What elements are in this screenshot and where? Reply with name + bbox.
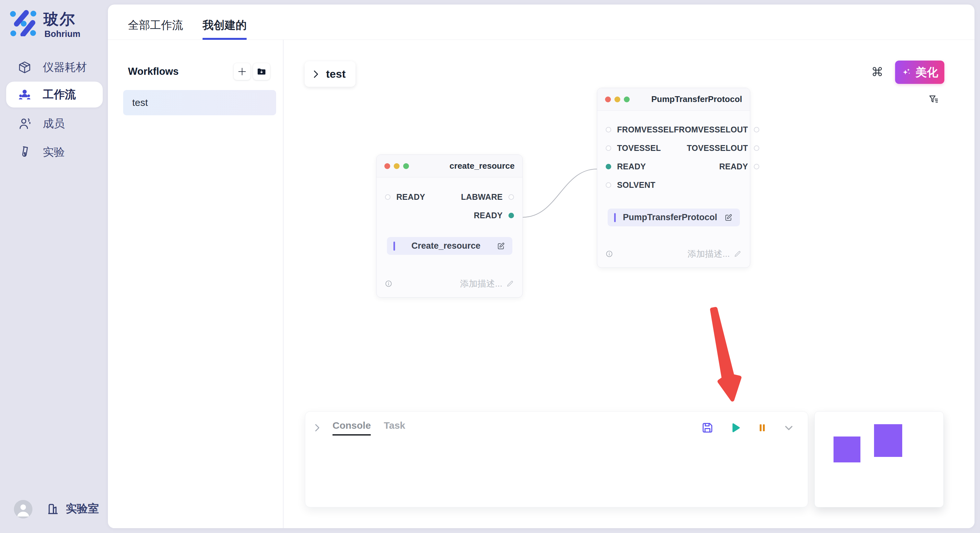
port-ready-out[interactable]: READY (450, 206, 522, 225)
node-header[interactable]: create_resource (377, 155, 522, 178)
port-ready-out[interactable]: READY (674, 157, 768, 176)
port-dot[interactable] (606, 127, 611, 132)
node-pump-transfer-protocol[interactable]: PumpTransferProtocol FROMVESSEL FROMVESS… (597, 88, 750, 268)
member-icon (18, 117, 32, 130)
port-row-empty (377, 206, 450, 225)
port-dot[interactable] (606, 145, 611, 151)
chevron-right-icon (312, 70, 320, 78)
building-icon (46, 501, 60, 516)
edit-icon[interactable] (724, 213, 733, 222)
brand-name-en: Bohrium (45, 29, 80, 39)
collapse-icon (783, 422, 795, 434)
flask-icon (18, 145, 32, 159)
run-button[interactable] (729, 421, 742, 434)
save-button[interactable] (701, 421, 714, 434)
workspace-switcher[interactable]: 实验室 (46, 501, 99, 516)
port-dot[interactable] (754, 164, 759, 169)
port-tovesselout-out[interactable]: TOVESSELOUT (674, 139, 768, 157)
avatar[interactable] (14, 500, 32, 519)
sidebar-item-experiments[interactable]: 实验 (6, 141, 103, 164)
sidebar-item-label: 仪器耗材 (43, 60, 87, 75)
pencil-icon (506, 280, 514, 287)
info-icon[interactable] (606, 250, 613, 257)
run-icon (729, 421, 742, 434)
collapse-panel-button[interactable] (783, 422, 795, 434)
add-workflow-button[interactable] (234, 63, 250, 80)
port-tovessel-in[interactable]: TOVESSEL (597, 139, 674, 157)
port-dot[interactable] (754, 127, 759, 132)
breadcrumb-label: test (326, 68, 345, 80)
task-tab[interactable]: Task (384, 420, 405, 436)
workflow-canvas[interactable]: test 美化 (283, 40, 975, 528)
info-icon[interactable] (385, 280, 392, 287)
minimap-node-create-resource (834, 436, 861, 462)
node-create-resource[interactable]: create_resource READY LABWARE READY (376, 154, 523, 298)
tab-all-workflows[interactable]: 全部工作流 (128, 5, 183, 40)
tab-my-created[interactable]: 我创建的 (202, 5, 247, 40)
traffic-lights-icon (384, 163, 409, 169)
team-icon (18, 88, 32, 102)
console-tab[interactable]: Console (332, 420, 371, 436)
port-fromvesselout-out[interactable]: FROMVESSELOUT (674, 121, 768, 139)
package-icon (18, 60, 32, 74)
port-fromvessel-in[interactable]: FROMVESSEL (597, 121, 674, 139)
plus-icon (237, 67, 247, 76)
annotation-arrow (697, 298, 775, 415)
port-dot[interactable] (385, 194, 390, 200)
workflow-list-item-test[interactable]: test (123, 90, 276, 115)
command-icon (872, 66, 883, 78)
brand-name-cn: 玻尔 (43, 9, 76, 30)
port-ready-in[interactable]: READY (377, 188, 450, 206)
node-action-create-resource[interactable]: Create_resource (387, 237, 512, 255)
port-dot-connected[interactable] (509, 213, 514, 218)
import-workflow-button[interactable] (253, 63, 270, 80)
sidebar-item-label: 工作流 (43, 87, 76, 102)
filter-icon (928, 94, 940, 106)
port-dot[interactable] (606, 182, 611, 188)
port-dot[interactable] (509, 194, 514, 200)
folder-download-icon (256, 67, 267, 77)
add-description[interactable]: 添加描述... (460, 278, 514, 289)
pencil-icon (734, 250, 741, 258)
command-palette-button[interactable] (872, 66, 885, 79)
port-dot[interactable] (754, 145, 759, 151)
minimap-node-pump (874, 424, 902, 457)
workspace-label: 实验室 (66, 501, 99, 516)
pause-icon (757, 422, 768, 433)
sparkles-icon (901, 67, 912, 78)
sidebar-footer: 实验室 (0, 498, 108, 524)
edit-icon[interactable] (497, 242, 505, 250)
sidebar: 玻尔 Bohrium 仪器耗材 工作流 (0, 0, 108, 533)
port-solvent-in[interactable]: SOLVENT (597, 176, 674, 194)
sidebar-item-workflows[interactable]: 工作流 (6, 82, 103, 108)
filter-button[interactable] (928, 94, 940, 106)
save-icon (701, 421, 714, 434)
breadcrumb[interactable]: test (305, 61, 355, 87)
workflow-list-title: Workflows (128, 66, 178, 78)
sidebar-item-instruments[interactable]: 仪器耗材 (6, 56, 103, 79)
node-header[interactable]: PumpTransferProtocol (597, 88, 750, 111)
port-ready-in[interactable]: READY (597, 157, 674, 176)
minimap[interactable] (815, 411, 944, 508)
main-panel: 全部工作流 我创建的 Workflows (108, 5, 975, 528)
expand-console-icon[interactable] (314, 424, 321, 432)
sidebar-item-members[interactable]: 成员 (6, 112, 103, 135)
node-footer: 添加描述... (377, 278, 522, 297)
add-description[interactable]: 添加描述... (687, 248, 741, 260)
console-panel: Console Task (305, 411, 808, 508)
beautify-button[interactable]: 美化 (895, 60, 944, 84)
bohrium-logo-icon (10, 9, 37, 36)
beautify-label: 美化 (915, 65, 938, 80)
node-footer: 添加描述... (597, 248, 750, 268)
port-labware-out[interactable]: LABWARE (450, 188, 522, 206)
port-dot-connected[interactable] (606, 164, 611, 169)
traffic-lights-icon (605, 97, 630, 102)
workflow-tabbar: 全部工作流 我创建的 (108, 5, 975, 40)
node-title: PumpTransferProtocol (651, 94, 742, 104)
node-action-pump-transfer[interactable]: PumpTransferProtocol (608, 209, 740, 226)
sidebar-item-label: 成员 (43, 116, 65, 131)
pause-button[interactable] (757, 422, 768, 433)
workflow-list-panel: Workflows test (108, 40, 283, 528)
node-title: create_resource (450, 161, 515, 171)
port-row-empty (674, 176, 768, 194)
